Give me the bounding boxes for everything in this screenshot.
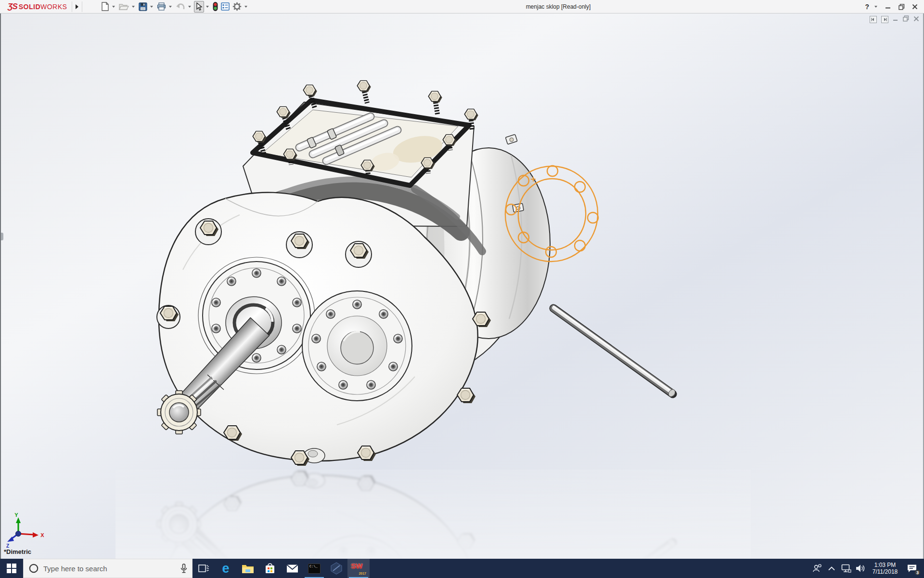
dropdown-caret-icon[interactable] <box>112 6 115 8</box>
help-button[interactable]: ? <box>864 3 870 11</box>
view-orientation-label: *Dimetric <box>4 548 31 555</box>
clock-date: 7/11/2018 <box>869 568 901 575</box>
arrow-right-icon <box>883 17 887 22</box>
volume-button[interactable] <box>853 559 868 578</box>
windows-logo-icon <box>7 564 16 573</box>
file-explorer-icon <box>242 564 254 574</box>
solidworks-window: Y X Z *Dimetric ƷS SOLID WORKS <box>0 0 924 578</box>
minimize-icon <box>893 16 898 22</box>
brand-light-text: WORKS <box>40 3 67 11</box>
property-list-icon <box>221 2 230 11</box>
action-center-button[interactable]: 3 <box>902 559 922 578</box>
undo-arrow-icon <box>176 3 185 10</box>
taskbar-item-store[interactable] <box>259 559 281 578</box>
select-cursor-icon <box>195 2 203 11</box>
triad-x-label: X <box>40 532 44 538</box>
people-button[interactable] <box>810 559 824 578</box>
sw-letters: SW <box>351 562 362 570</box>
microsoft-store-icon <box>265 563 275 574</box>
start-button[interactable] <box>0 559 23 578</box>
spline-end[interactable] <box>157 391 201 434</box>
quick-access-toolbar <box>100 1 250 13</box>
menu-expander-button[interactable] <box>73 1 81 12</box>
taskbar-item-mail[interactable] <box>281 559 303 578</box>
clock-time: 1:03 PM <box>869 562 901 568</box>
doc-restore-button[interactable] <box>903 15 909 24</box>
previous-view-button[interactable] <box>870 16 877 23</box>
minimize-icon <box>885 4 891 10</box>
new-document-button[interactable] <box>100 1 110 13</box>
undo-button[interactable] <box>175 1 186 13</box>
hexagon-app-icon <box>331 562 342 575</box>
right-flange[interactable] <box>302 291 412 401</box>
cortana-icon <box>28 563 39 574</box>
solidworks-logo-icon: ƷS <box>8 2 17 12</box>
edge-icon: e <box>222 562 229 575</box>
gear-icon <box>232 2 242 11</box>
people-icon <box>812 564 822 573</box>
select-tool-button[interactable] <box>194 1 204 13</box>
dropdown-caret-icon[interactable] <box>206 6 209 8</box>
windows-taskbar: e C:\_ <box>0 559 924 578</box>
help-dropdown-caret-icon[interactable] <box>874 6 877 8</box>
open-button[interactable] <box>118 1 130 13</box>
clock[interactable]: 1:03 PM 7/11/2018 <box>868 562 902 575</box>
separator <box>72 1 72 12</box>
dropdown-caret-icon[interactable] <box>188 6 191 8</box>
restore-icon <box>903 15 909 22</box>
minimize-button[interactable] <box>883 1 893 12</box>
title-bar: ƷS SOLID WORKS <box>0 0 924 13</box>
close-icon <box>913 16 919 22</box>
dropdown-caret-icon[interactable] <box>132 6 135 8</box>
search-input[interactable] <box>43 565 176 573</box>
settings-button[interactable] <box>231 1 243 13</box>
command-prompt-icon: C:\_ <box>308 564 321 574</box>
notification-badge: 3 <box>914 569 921 576</box>
close-button[interactable] <box>910 1 920 12</box>
arrow-left-icon <box>871 17 875 22</box>
tray-overflow-button[interactable] <box>824 559 839 578</box>
save-button[interactable] <box>138 1 148 13</box>
feature-tree-flyout-tab[interactable] <box>1 233 3 240</box>
task-view-icon <box>198 564 209 573</box>
speaker-icon <box>856 564 865 573</box>
options-list-button[interactable] <box>220 1 231 13</box>
chevron-up-icon <box>828 566 835 571</box>
separator <box>82 1 82 12</box>
network-button[interactable] <box>839 559 853 578</box>
restore-icon <box>898 4 905 10</box>
solidworks-logo: ƷS SOLID WORKS <box>0 0 71 13</box>
expand-arrow-icon <box>76 4 78 9</box>
traffic-light-icon <box>213 2 218 11</box>
print-button[interactable] <box>156 1 167 13</box>
task-view-button[interactable] <box>192 559 215 578</box>
graphics-viewport[interactable]: Y X Z *Dimetric <box>0 0 924 559</box>
triad-y-label: Y <box>14 512 18 518</box>
taskbar-item-file-explorer[interactable] <box>237 559 259 578</box>
next-view-button[interactable] <box>881 16 888 23</box>
new-document-icon <box>101 2 109 11</box>
taskbar-item-cmd[interactable]: C:\_ <box>303 559 325 578</box>
dropdown-caret-icon[interactable] <box>169 6 172 8</box>
print-icon <box>157 2 166 11</box>
rebuild-button[interactable] <box>212 1 219 13</box>
orientation-triad: Y X Z <box>4 512 50 549</box>
gearbox-scene[interactable] <box>0 0 924 559</box>
system-tray: 1:03 PM 7/11/2018 3 <box>810 559 924 578</box>
taskbar-item-solidworks[interactable]: SW 2017 <box>347 559 370 578</box>
restore-button[interactable] <box>896 1 907 12</box>
microphone-icon[interactable] <box>180 564 187 573</box>
document-title: menjac sklop [Read-only] <box>500 0 616 13</box>
close-icon <box>912 4 918 10</box>
taskbar-item-edge[interactable]: e <box>215 559 237 578</box>
mail-icon <box>286 564 298 573</box>
dropdown-caret-icon[interactable] <box>244 6 247 8</box>
taskbar-item-hexagon-app[interactable] <box>325 559 347 578</box>
taskbar-search[interactable] <box>23 559 192 578</box>
viewport-left-border <box>0 13 1 559</box>
doc-minimize-button[interactable] <box>893 15 898 24</box>
open-folder-icon <box>119 2 129 11</box>
doc-close-button[interactable] <box>913 15 919 24</box>
save-floppy-icon <box>139 2 147 11</box>
dropdown-caret-icon[interactable] <box>150 6 153 8</box>
